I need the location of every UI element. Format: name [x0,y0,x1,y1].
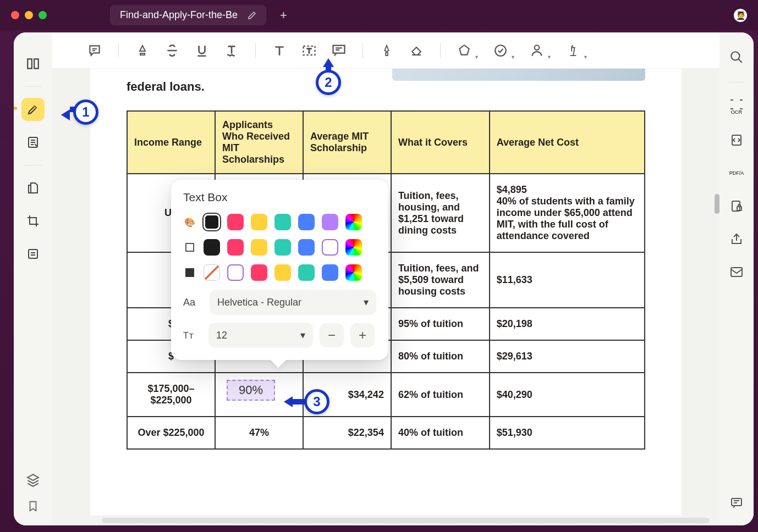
color-swatch[interactable] [251,264,267,281]
color-picker-icon[interactable] [345,214,362,230]
color-swatch[interactable] [322,214,338,230]
body-text: federal loans. [127,80,645,94]
color-picker-icon[interactable] [345,239,362,256]
underline-tool-icon[interactable] [189,38,215,63]
font-label-icon: Aa [183,297,202,308]
stamp-tool-icon[interactable]: ▼ [488,38,513,63]
attachment-tool-icon[interactable]: ▼ [561,38,586,63]
chevron-down-icon: ▾ [364,296,369,308]
svg-point-6 [535,45,540,50]
edit-text-icon[interactable] [21,131,45,154]
increase-size-button[interactable]: + [350,323,375,347]
palette-icon: 🎨 [183,217,196,228]
left-sidebar [14,32,52,525]
size-label-icon: Tᴛ [183,330,202,341]
color-swatch[interactable] [322,264,338,281]
ocr-icon[interactable]: OCR [726,97,747,118]
annotation-toolbar: ▼ ▼ ▼ ▼ [52,32,719,69]
svg-point-7 [731,52,739,60]
font-family-select[interactable]: Helvetica - Regular ▾ [210,290,376,315]
signature-tool-icon[interactable]: ▼ [524,38,550,63]
chevron-down-icon: ▾ [300,329,305,341]
share-icon[interactable] [726,229,747,250]
layers-icon[interactable] [26,473,40,487]
new-tab-button[interactable]: + [280,8,287,23]
svg-marker-4 [459,45,469,54]
table-header: Applicants Who Received MIT Scholarships [215,111,303,174]
window-controls [11,11,47,19]
reader-mode-icon[interactable] [21,52,45,75]
table-row: $175,000–$225,000 90% $34,242 62% of tui… [127,373,645,417]
pdfa-icon[interactable]: PDF/A [726,163,747,184]
pages-icon[interactable] [21,176,45,199]
color-swatch[interactable] [298,239,315,256]
fill-icon [183,243,196,252]
tab-title: Find-and-Apply-For-the-Be [120,9,238,21]
border-icon [183,268,196,277]
right-sidebar: OCR PDF/A [719,32,754,525]
color-swatch[interactable] [227,214,244,230]
font-size-select[interactable]: 12 ▾ [208,323,313,348]
text-tool-icon[interactable] [267,38,292,63]
color-swatch[interactable] [274,264,291,281]
color-swatch[interactable] [274,239,291,256]
horizontal-scrollbar[interactable] [102,518,710,523]
bookmark-icon[interactable] [27,499,39,513]
page-image-placeholder [392,69,645,81]
comments-panel-icon[interactable] [726,492,747,513]
avatar[interactable]: 🧑‍🎓 [734,9,747,22]
color-swatch[interactable] [251,239,267,256]
color-swatch[interactable] [322,239,338,256]
document-tab[interactable]: Find-and-Apply-For-the-Be [110,5,266,25]
note-tool-icon[interactable] [82,38,107,63]
color-swatch[interactable] [204,239,220,256]
svg-rect-1 [29,250,37,258]
tutorial-callout-3: 3 [304,389,329,414]
color-swatch[interactable] [251,214,267,230]
table-header: Average MIT Scholarship [303,111,391,174]
minimize-window-button[interactable] [25,11,33,19]
eraser-tool-icon[interactable] [404,38,429,63]
redact-icon[interactable] [21,242,45,265]
pencil-icon[interactable] [248,11,256,20]
table-header: What it Covers [391,111,490,174]
table-header: Income Range [127,111,215,174]
mail-icon[interactable] [726,262,747,282]
vertical-scrollbar[interactable] [715,194,719,214]
window-titlebar: Find-and-Apply-For-the-Be + 🧑‍🎓 [0,0,758,30]
color-picker-icon[interactable] [345,264,362,281]
convert-icon[interactable] [726,130,747,151]
color-swatch[interactable] [204,214,220,230]
tutorial-callout-1: 1 [73,99,98,125]
svg-rect-12 [732,498,741,506]
textbox-properties-popup: Text Box 🎨 [171,180,388,360]
svg-rect-3 [333,45,345,53]
decrease-size-button[interactable]: − [320,323,344,347]
inserted-textbox[interactable]: 90% [227,380,275,401]
color-swatch[interactable] [227,264,244,281]
protect-icon[interactable] [726,196,747,217]
fullscreen-window-button[interactable] [39,11,47,19]
crop-icon[interactable] [21,209,45,232]
strikethrough-tool-icon[interactable] [160,38,185,63]
textbox-tool-icon[interactable] [296,38,322,63]
popup-title: Text Box [183,191,376,204]
color-swatch[interactable] [298,264,315,281]
document-viewport[interactable]: federal loans. Income Range Applicants W… [52,69,719,525]
highlight-tool-icon[interactable] [130,38,155,63]
table-row: Over $225,000 47% $22,354 40% of tuition… [127,417,645,449]
tutorial-callout-2: 2 [316,70,341,95]
color-swatch[interactable] [227,239,244,256]
annotate-tool-icon[interactable] [21,98,45,121]
color-swatch[interactable] [298,214,315,230]
color-swatch[interactable] [274,214,291,230]
table-header: Average Net Cost [490,111,645,174]
pdf-page: federal loans. Income Range Applicants W… [90,69,682,516]
pen-tool-icon[interactable] [374,38,399,63]
search-icon[interactable] [726,47,747,68]
no-border-swatch[interactable] [204,264,220,281]
svg-point-5 [495,45,506,56]
squiggly-tool-icon[interactable] [219,38,244,63]
shape-tool-icon[interactable]: ▼ [452,38,477,63]
close-window-button[interactable] [11,11,19,19]
